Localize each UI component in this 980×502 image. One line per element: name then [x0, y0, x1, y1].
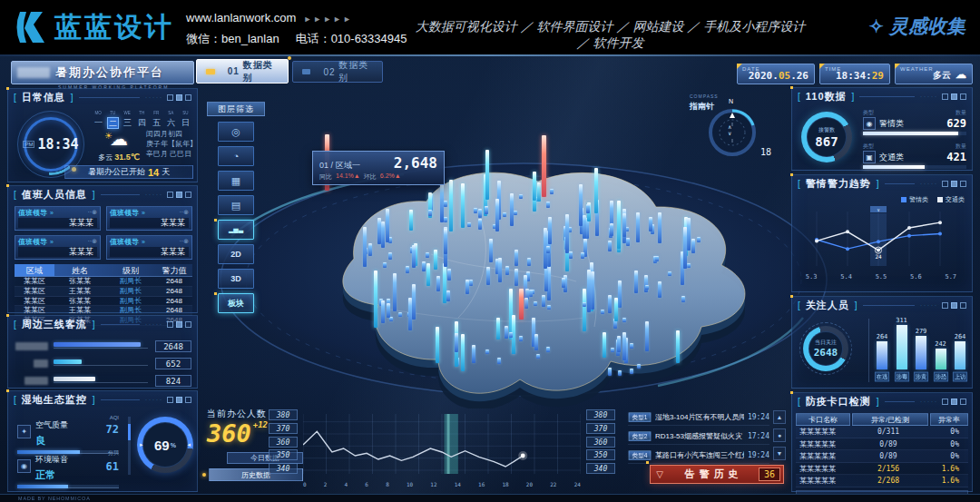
layer-radar-icon[interactable]: ◔	[218, 146, 254, 166]
focus-category-tag: 涉黄	[914, 372, 928, 382]
layer-plate-button[interactable]: 板块	[218, 293, 254, 313]
duty-leader-card[interactable]: 值班领导»··⊗某某某	[15, 206, 101, 231]
panel-window-icon[interactable]	[176, 397, 182, 403]
map-bar	[645, 285, 649, 290]
panel-expand-icon[interactable]	[185, 321, 191, 328]
panel-expand-icon[interactable]	[960, 302, 966, 309]
speaker-icon: ◉	[17, 459, 31, 473]
xaxis-tick: 0	[303, 481, 307, 487]
focus-category-tag: 在逃	[875, 372, 889, 382]
flow-row: 824	[15, 374, 191, 387]
layer-barchart-icon[interactable]: ▂▅▃	[218, 220, 254, 240]
trend-xtick: 5.4	[840, 273, 852, 281]
map-bar	[461, 334, 465, 371]
alert-tag: 类型1	[629, 412, 652, 421]
duty-leader-card[interactable]: 值班领导»··⊗某某某	[106, 206, 192, 231]
scroll-up-icon[interactable]: ▲	[773, 410, 786, 424]
panel-expand-icon[interactable]	[960, 399, 966, 405]
map-bar	[687, 263, 691, 268]
panel-minimize-icon[interactable]	[942, 302, 948, 309]
tab-data-category-2[interactable]: 02 数据类别	[292, 61, 383, 83]
map-bar	[436, 327, 439, 363]
map-bar	[594, 168, 598, 213]
checkpoint-row[interactable]: 某某某某某2/1561.6%	[796, 463, 968, 476]
layer-matrix-icon[interactable]: ▦	[218, 171, 254, 191]
panel-minimize-icon[interactable]	[942, 94, 948, 100]
cloud-icon: ☁	[956, 68, 966, 81]
panel-minimize-icon[interactable]	[167, 192, 173, 198]
checkpoint-row[interactable]: 某某某某某0/890%	[796, 450, 968, 463]
panel-window-icon[interactable]	[176, 192, 182, 198]
panel-window-icon[interactable]	[176, 94, 182, 101]
map-bar	[495, 199, 499, 231]
map-bar	[546, 347, 550, 352]
panel-expand-icon[interactable]	[185, 94, 191, 101]
date-plate: DATE 2020.05.26	[737, 64, 815, 84]
map-bar	[591, 271, 594, 310]
panel-expand-icon[interactable]	[960, 94, 966, 100]
map-bar	[514, 211, 517, 215]
category-row: 类型数量 ◉警情类629	[863, 109, 966, 135]
panel-minimize-icon[interactable]	[942, 399, 948, 405]
map-bar	[524, 298, 528, 309]
alert-scroll-controls: ▲ ● ▼	[773, 410, 787, 465]
panel-window-icon[interactable]	[951, 302, 957, 309]
alert-tag: 类型2	[629, 431, 652, 440]
panel-minimize-icon[interactable]	[942, 181, 948, 187]
scroll-down-icon[interactable]: ▼	[773, 447, 786, 460]
eco-slider[interactable]	[128, 417, 131, 475]
checkpoint-row[interactable]: 某某某某某0/890%	[796, 438, 968, 451]
trend-xtick: 5.7	[945, 273, 956, 281]
panel-window-icon[interactable]	[951, 94, 957, 100]
panel-window-icon[interactable]	[951, 181, 957, 187]
map-bar	[486, 267, 490, 285]
panel-expand-icon[interactable]	[185, 192, 191, 198]
layer-3d-button[interactable]: 3D	[218, 269, 254, 289]
panel-title: 周边三线客流	[22, 318, 87, 331]
panel-expand-icon[interactable]	[960, 181, 966, 187]
map-bar	[603, 332, 606, 358]
occupancy-yaxis-left: 380370360350340	[269, 409, 298, 477]
duty-leader-card[interactable]: 值班领导»··⊗某某某	[106, 235, 192, 260]
focus-bar-column: 264在逃	[874, 333, 890, 382]
panel-expand-icon[interactable]	[185, 397, 191, 403]
weather-widget: ☀ ☁ 多云31.5℃	[95, 131, 142, 163]
panel-minimize-icon[interactable]	[167, 397, 173, 403]
compass-ring[interactable]	[704, 104, 760, 161]
website-link[interactable]: www.lanlanwork.com	[186, 11, 296, 25]
alert-row[interactable]: 类型2RD13-53烟感报警疑似火灾17:24	[628, 428, 769, 445]
xaxis-tick: 6	[365, 481, 368, 487]
scroll-dot-icon[interactable]: ●	[773, 428, 786, 442]
map-bar	[658, 212, 662, 243]
map-bar	[434, 250, 437, 270]
map-bar	[449, 180, 453, 231]
compass-arrows[interactable]: ∧∨	[728, 124, 731, 137]
panel-window-icon[interactable]	[176, 321, 182, 328]
layer-list-icon[interactable]: ▤	[218, 195, 254, 215]
checkpoint-row[interactable]: 某某某某某0/3110%	[796, 426, 968, 438]
layer-locate-icon[interactable]: ◎	[218, 122, 254, 142]
duty-leader-card[interactable]: 值班领导»··⊗某某某	[15, 235, 101, 260]
panel-window-icon[interactable]	[951, 399, 957, 405]
yaxis-tick: 350	[269, 449, 298, 460]
focus-category-tag: 涉恐	[933, 372, 947, 382]
checkpoint-row[interactable]: 某某某某某2/2681.6%	[796, 475, 968, 487]
alert-history-banner[interactable]: ▽ 告警历史 36	[650, 465, 784, 484]
alert-row[interactable]: 类型4某路口有小汽车连闯三个红灯19:24	[628, 448, 769, 464]
map-bar	[529, 290, 533, 297]
map-bar	[548, 217, 552, 244]
map-bar	[489, 239, 493, 262]
panel-minimize-icon[interactable]	[167, 94, 173, 101]
alert-row[interactable]: 类型1湿地3-104片区有不明人员闯入19:24	[628, 409, 769, 426]
map-bar	[562, 278, 565, 288]
layer-2d-button[interactable]: 2D	[218, 244, 254, 264]
map-bar	[608, 295, 612, 313]
panel-minimize-icon[interactable]	[167, 321, 173, 328]
map-bar	[586, 204, 590, 213]
xaxis-tick: 12	[430, 481, 436, 487]
map-bar	[514, 250, 518, 266]
map-bar	[546, 246, 550, 253]
map-bar	[436, 276, 440, 291]
map-bar	[581, 252, 584, 259]
tab-data-category-1[interactable]: 01 数据类别	[196, 59, 289, 84]
